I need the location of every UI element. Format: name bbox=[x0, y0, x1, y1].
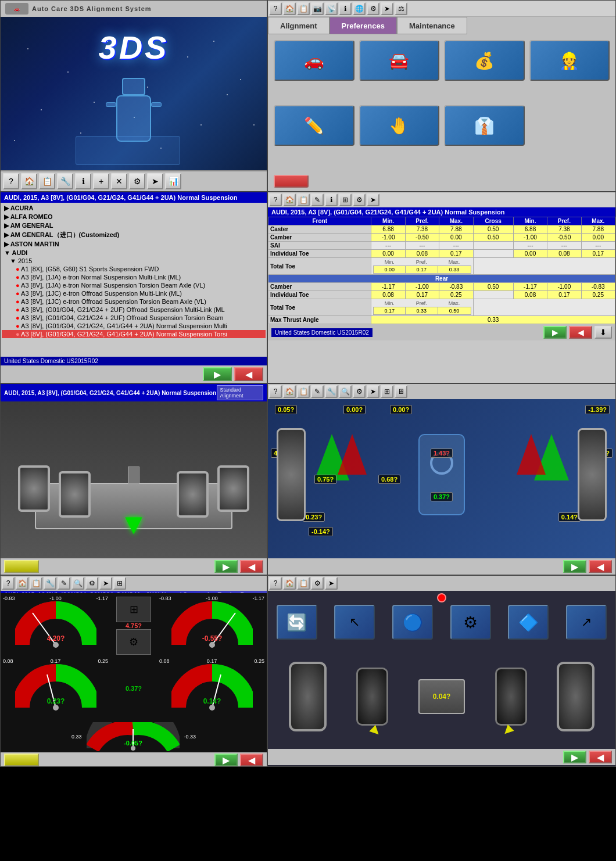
center-icon-bot[interactable]: ⚙ bbox=[116, 629, 151, 655]
tbl-help-btn[interactable]: ? bbox=[269, 193, 282, 206]
pref-car2-icon[interactable]: 🚘 bbox=[359, 40, 440, 81]
pref-gear-btn[interactable]: ⚙ bbox=[367, 2, 379, 15]
pref-help-btn[interactable]: ? bbox=[269, 2, 282, 15]
live-edit-btn[interactable]: ✎ bbox=[311, 385, 324, 398]
live-next-btn[interactable]: ▶ bbox=[563, 560, 586, 573]
home-button[interactable]: 🏠 bbox=[21, 173, 37, 189]
gauge-arrow-btn[interactable]: ➤ bbox=[99, 577, 112, 590]
wrench-button[interactable]: 🔧 bbox=[57, 173, 73, 189]
tbl-arrow-btn[interactable]: ➤ bbox=[367, 193, 379, 206]
table-down-btn[interactable]: ⬇ bbox=[594, 326, 612, 339]
diag-next-btn[interactable]: ▶ bbox=[214, 560, 238, 573]
pref-car-icon[interactable]: 🚗 bbox=[274, 40, 354, 81]
cancel-button[interactable] bbox=[274, 175, 309, 188]
list-item-selected[interactable]: ● A3 [8V], (G01/G04, G21/G24, G41/G44 + … bbox=[2, 330, 266, 338]
wi-rotate-icon[interactable]: 🔄 bbox=[277, 605, 317, 640]
wi-diamond-icon[interactable]: 🔷 bbox=[508, 605, 549, 640]
pref-globe-btn[interactable]: 🌐 bbox=[353, 2, 366, 15]
live-screen-btn[interactable]: 🖥 bbox=[395, 385, 407, 398]
next-button[interactable]: ▶ bbox=[203, 367, 232, 381]
wi-back-btn[interactable]: ◀ bbox=[589, 751, 612, 763]
gauge-toolbar[interactable]: ? 🏠 📋 🔧 ✎ 🔍 ⚙ ➤ ⊞ bbox=[1, 576, 267, 591]
tbl-gear-btn[interactable]: ⚙ bbox=[353, 193, 366, 206]
wi-list-btn[interactable]: 📋 bbox=[297, 577, 310, 590]
wi-wheel-icon[interactable]: 🔵 bbox=[392, 605, 433, 640]
pref-person-icon[interactable]: 👔 bbox=[444, 105, 525, 146]
table-toolbar[interactable]: ? 🏠 📋 ✎ ℹ ⊞ ⚙ ➤ bbox=[268, 192, 615, 207]
forward-button[interactable]: ➤ bbox=[147, 173, 163, 189]
wi-arrow-btn[interactable]: ➤ bbox=[325, 577, 338, 590]
close-button[interactable]: ✕ bbox=[111, 173, 127, 189]
list-item[interactable]: ▼ AUDI bbox=[2, 249, 266, 257]
gauge-grid-btn[interactable]: ⊞ bbox=[113, 577, 126, 590]
pref-hand-icon[interactable]: 🤚 bbox=[359, 105, 440, 146]
tbl-grid-btn[interactable]: ⊞ bbox=[339, 193, 352, 206]
settings-button[interactable]: ⚙ bbox=[129, 173, 145, 189]
tab-preferences[interactable]: Preferences bbox=[330, 17, 397, 34]
diag-back-btn[interactable]: ◀ bbox=[240, 560, 263, 573]
table-next-btn[interactable]: ▶ bbox=[543, 326, 567, 339]
help-button[interactable]: ? bbox=[3, 173, 19, 189]
report-button[interactable]: 📊 bbox=[165, 173, 181, 189]
wi-home-btn[interactable]: 🏠 bbox=[283, 577, 296, 590]
live-toolbar[interactable]: ? 🏠 📋 ✎ 🔧 🔍 ⚙ ➤ ⊞ 🖥 bbox=[268, 384, 615, 399]
list-item[interactable]: ▼ 2015 bbox=[2, 257, 266, 265]
pref-pen-icon[interactable]: ✏️ bbox=[274, 105, 354, 146]
gauge-wrench-btn[interactable]: 🔧 bbox=[44, 577, 56, 590]
live-wrench-btn[interactable]: 🔧 bbox=[325, 385, 338, 398]
list-item[interactable]: ● A3 [8V], (1JA) e-tron Normal Suspensio… bbox=[2, 273, 266, 281]
wi-next-btn[interactable]: ▶ bbox=[563, 751, 586, 763]
gauge-gear-btn[interactable]: ⚙ bbox=[85, 577, 98, 590]
pref-info-btn[interactable]: ℹ bbox=[339, 2, 352, 15]
list-item[interactable]: ● A3 [8V], (G01/G04, G21/G24 + 2UF) Offr… bbox=[2, 314, 266, 322]
list-item[interactable]: ▶ ACURA bbox=[2, 204, 266, 213]
wi-gear-btn[interactable]: ⚙ bbox=[311, 577, 324, 590]
pref-camera-btn[interactable]: 📷 bbox=[311, 2, 324, 15]
wi-rim-icon[interactable]: ⚙ bbox=[450, 605, 491, 640]
list-item[interactable]: ● A3 [8V], (G01/G04, G21/G24, G41/G44 + … bbox=[2, 322, 266, 330]
tbl-home-btn[interactable]: 🏠 bbox=[283, 193, 296, 206]
tbl-info-btn[interactable]: ℹ bbox=[325, 193, 338, 206]
list-item[interactable]: ● A3 [8V], (G01/G04, G21/G24 + 2UF) Offr… bbox=[2, 306, 266, 314]
pref-signal-btn[interactable]: 📡 bbox=[325, 2, 338, 15]
table-back-btn[interactable]: ◀ bbox=[569, 326, 592, 339]
gauge-list-btn[interactable]: 📋 bbox=[30, 577, 42, 590]
center-icon-top[interactable]: ⊞ bbox=[116, 597, 151, 622]
pref-home-btn[interactable]: 🏠 bbox=[283, 2, 296, 15]
pref-worker-icon[interactable]: 👷 bbox=[529, 40, 610, 81]
pref-arrow-btn[interactable]: ➤ bbox=[381, 2, 393, 15]
live-list-btn[interactable]: 📋 bbox=[297, 385, 310, 398]
pref-money-icon[interactable]: 💰 bbox=[444, 40, 525, 81]
tbl-edit-btn[interactable]: ✎ bbox=[311, 193, 324, 206]
yellow-nav-btn[interactable] bbox=[4, 560, 39, 573]
back-button[interactable]: ◀ bbox=[234, 367, 263, 381]
live-arrow-btn[interactable]: ➤ bbox=[367, 385, 379, 398]
info-button[interactable]: ℹ bbox=[75, 173, 91, 189]
vehicle-list[interactable]: ▶ ACURA ▶ ALFA ROMEO ▶ AM GENERAL ▶ AM G… bbox=[1, 203, 267, 357]
tab-maintenance[interactable]: Maintenance bbox=[397, 17, 467, 34]
gauge-back-btn[interactable]: ◀ bbox=[240, 754, 263, 766]
list-item[interactable]: ● A3 [8V], (1JC) e-tron Offroad Suspensi… bbox=[2, 297, 266, 306]
bottom-toolbar[interactable]: ? 🏠 📋 🔧 ℹ + ✕ ⚙ ➤ 📊 bbox=[1, 170, 267, 191]
live-search-btn[interactable]: 🔍 bbox=[339, 385, 352, 398]
live-grid-btn[interactable]: ⊞ bbox=[381, 385, 393, 398]
list-button[interactable]: 📋 bbox=[39, 173, 55, 189]
gauge-search-btn[interactable]: 🔍 bbox=[71, 577, 84, 590]
add-button[interactable]: + bbox=[93, 173, 109, 189]
gauge-home-btn[interactable]: 🏠 bbox=[16, 577, 28, 590]
wicons-toolbar[interactable]: ? 🏠 📋 ⚙ ➤ bbox=[268, 576, 615, 591]
gauge-yellow-btn[interactable] bbox=[4, 754, 39, 766]
wi-angle-left-icon[interactable]: ↖ bbox=[334, 605, 375, 640]
tbl-list-btn[interactable]: 📋 bbox=[297, 193, 310, 206]
list-item[interactable]: ▶ AM GENERAL bbox=[2, 221, 266, 230]
list-item[interactable]: ● A3 [8V], (1JC) e-tron Offroad Suspensi… bbox=[2, 289, 266, 297]
gauge-edit-btn[interactable]: ✎ bbox=[58, 577, 70, 590]
live-help-btn[interactable]: ? bbox=[269, 385, 282, 398]
tab-alignment[interactable]: Alignment bbox=[268, 17, 330, 34]
list-item[interactable]: ▶ AM GENERAL（进口）(Customized) bbox=[2, 230, 266, 240]
preferences-toolbar[interactable]: ? 🏠 📋 📷 📡 ℹ 🌐 ⚙ ➤ ⚖ bbox=[268, 1, 615, 17]
list-item[interactable]: ▶ ASTON MARTIN bbox=[2, 240, 266, 249]
wi-help-btn[interactable]: ? bbox=[269, 577, 282, 590]
wi-angle-right-icon[interactable]: ↗ bbox=[566, 605, 607, 640]
gauge-next-btn[interactable]: ▶ bbox=[214, 754, 238, 766]
